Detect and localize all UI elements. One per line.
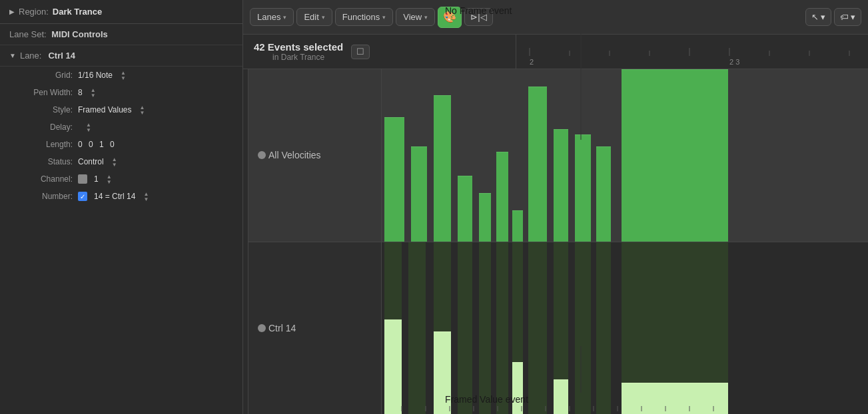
region-label: Region:	[19, 7, 49, 17]
vel-bar-6	[496, 152, 508, 241]
view-label: View	[403, 12, 422, 22]
lane-set-row: Lane Set: MIDI Controls	[0, 24, 242, 45]
ctrl14-label-area: Ctrl 14	[248, 242, 382, 415]
prop-row-number: Number: ✓ 14 = Ctrl 14 ▲ ▼	[0, 188, 242, 205]
events-subtitle: in Dark Trance	[254, 53, 343, 62]
filter-button[interactable]: ⊳|◁	[464, 8, 492, 26]
delay-stepper-down[interactable]: ▼	[85, 127, 93, 132]
lanes-label: Lanes	[257, 12, 280, 22]
velocities-bars-area	[382, 69, 868, 242]
prop-row-pen-width: Pen Width: 8 ▲ ▼	[0, 84, 242, 101]
tag-icon: 🏷	[840, 12, 849, 22]
main-container: ▶ Region: Dark Trance Lane Set: MIDI Con…	[0, 0, 868, 414]
paint-icon: 🎨	[443, 11, 456, 23]
prop-label-channel: Channel:	[9, 174, 73, 184]
right-panel: Lanes ▾ Edit ▾ Functions ▾ View ▾ 🎨 ⊳|◁	[243, 0, 868, 414]
prop-label-style: Style:	[9, 105, 73, 114]
functions-chevron-icon: ▾	[382, 14, 386, 21]
prop-value-style: Framed Values ▲ ▼	[78, 104, 146, 115]
channel-stepper-down[interactable]: ▼	[105, 179, 113, 184]
ctrl-bar-dark-2	[408, 242, 426, 415]
vel-bar-1	[384, 117, 404, 241]
vel-bar-7	[512, 210, 523, 242]
velocities-lane-label: All Velocities	[268, 150, 321, 160]
prop-label-delay: Delay:	[9, 122, 73, 132]
lane-triangle-icon: ▼	[9, 52, 16, 59]
functions-label: Functions	[342, 12, 380, 22]
vel-bar-3	[434, 95, 451, 242]
prop-value-status: Control ▲ ▼	[78, 156, 119, 167]
lane-set-label: Lane Set:	[9, 29, 47, 39]
view-button[interactable]: View ▾	[396, 8, 435, 26]
pen-width-stepper[interactable]: ▲ ▼	[89, 87, 97, 98]
events-count: 42 Events selected	[254, 41, 343, 53]
pen-width-stepper-down[interactable]: ▼	[89, 93, 97, 98]
prop-value-number: ✓ 14 = Ctrl 14 ▲ ▼	[78, 191, 150, 202]
lanes-columns: All Velocities	[248, 69, 868, 414]
prop-value-pen-width: 8 ▲ ▼	[78, 87, 97, 98]
ruler-mark-23: 2 3	[729, 58, 739, 66]
left-panel: ▶ Region: Dark Trance Lane Set: MIDI Con…	[0, 0, 243, 414]
region-header: ▶ Region: Dark Trance	[0, 0, 242, 24]
delay-stepper[interactable]: ▲ ▼	[85, 122, 93, 132]
events-icon-button[interactable]: ☐	[351, 45, 370, 59]
ctrl-bar-dark-8	[528, 242, 547, 415]
functions-button[interactable]: Functions ▾	[335, 8, 393, 26]
vel-bar-wide	[622, 69, 728, 242]
grid-stepper-down[interactable]: ▼	[119, 75, 127, 81]
prop-row-status: Status: Control ▲ ▼	[0, 153, 242, 170]
region-value: Dark Trance	[53, 7, 102, 17]
prop-label-status: Status:	[9, 157, 73, 166]
style-stepper-down[interactable]: ▼	[138, 110, 146, 115]
status-stepper[interactable]: ▲ ▼	[111, 156, 119, 167]
lane-row: ▼ Lane: Ctrl 14	[0, 45, 242, 67]
prop-row-style: Style: Framed Values ▲ ▼	[0, 101, 242, 118]
paint-button[interactable]: 🎨	[438, 7, 462, 28]
vel-bar-8	[528, 87, 547, 242]
lanes-area: All Velocities	[243, 69, 868, 414]
events-info: 42 Events selected in Dark Trance	[254, 41, 343, 62]
ctrl-bar-light-wide	[622, 383, 728, 414]
prop-label-pen-width: Pen Width:	[9, 88, 73, 97]
cursor-chevron-icon: ▾	[821, 12, 825, 22]
prop-row-delay: Delay: ▲ ▼	[0, 118, 242, 136]
ctrl-bar-dark-11	[596, 242, 611, 415]
channel-stepper[interactable]: ▲ ▼	[105, 174, 113, 184]
edit-label: Edit	[304, 12, 318, 22]
ctrl-bar-light-1	[384, 319, 402, 414]
filter-icon: ⊳|◁	[470, 12, 486, 22]
cursor-button[interactable]: ↖ ▾	[805, 8, 831, 26]
vel-bar-5	[479, 193, 491, 241]
properties-table: Grid: 1/16 Note ▲ ▼ Pen Width: 8 ▲ ▼	[0, 67, 242, 205]
velocities-circle-icon	[258, 151, 266, 159]
number-stepper-down[interactable]: ▼	[142, 196, 150, 202]
prop-value-delay: ▲ ▼	[78, 122, 93, 132]
ruler-area: 2 2 3	[516, 35, 868, 69]
vel-bar-4	[458, 176, 472, 241]
tag-button[interactable]: 🏷 ▾	[834, 8, 861, 26]
ctrl-bar-dark-4	[458, 242, 472, 415]
style-stepper[interactable]: ▲ ▼	[138, 104, 146, 115]
number-stepper[interactable]: ▲ ▼	[142, 191, 150, 202]
number-checkbox[interactable]: ✓	[78, 192, 87, 201]
prop-value-grid: 1/16 Note ▲ ▼	[78, 70, 127, 81]
prop-value-length: 0 0 1 0	[78, 140, 117, 149]
prop-row-channel: Channel: 1 ▲ ▼	[0, 170, 242, 188]
grid-stepper[interactable]: ▲ ▼	[119, 70, 127, 81]
region-triangle-icon: ▶	[9, 8, 15, 15]
prop-row-grid: Grid: 1/16 Note ▲ ▼	[0, 67, 242, 84]
lane-edge	[243, 69, 248, 414]
ctrl-bar-dark-10	[575, 242, 591, 415]
events-icon: ☐	[356, 47, 364, 57]
view-chevron-icon: ▾	[424, 14, 428, 21]
cursor-icon: ↖	[811, 12, 819, 22]
status-stepper-down[interactable]: ▼	[111, 162, 119, 167]
ctrl-bar-light-4	[554, 379, 568, 414]
ctrl14-lane: Ctrl 14	[248, 242, 868, 415]
ruler-ticks	[516, 35, 868, 69]
edit-button[interactable]: Edit ▾	[296, 8, 332, 26]
ctrl-bar-light-3	[512, 362, 523, 414]
vel-bar-11	[596, 146, 611, 241]
lanes-button[interactable]: Lanes ▾	[250, 8, 294, 26]
channel-swatch	[78, 174, 87, 184]
